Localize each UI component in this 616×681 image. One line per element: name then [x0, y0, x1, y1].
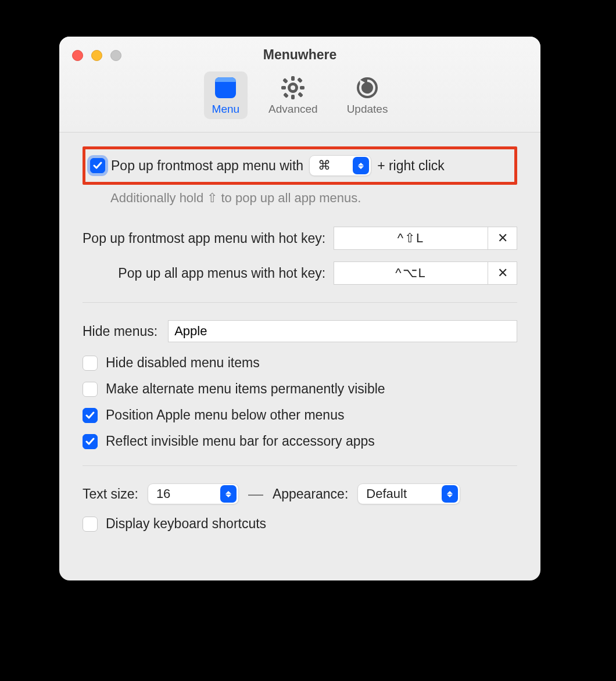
content-area: Pop up frontmost app menu with ⌘ + right… [59, 132, 540, 560]
popup-frontmost-checkbox[interactable] [90, 158, 105, 173]
position-apple-checkbox[interactable] [83, 408, 98, 423]
popup-arrows-icon [353, 157, 369, 174]
all-hotkey-field[interactable]: ^⌥L [334, 261, 488, 285]
popup-arrows-icon [442, 485, 458, 503]
svg-rect-11 [297, 77, 303, 83]
alternate-visible-label: Make alternate menu items permanently vi… [106, 381, 385, 397]
tab-label: Advanced [268, 103, 318, 116]
all-hotkey-label: Pop up all app menus with hot key: [83, 266, 325, 281]
titlebar: Menuwhere Menu Advanced Updates [59, 37, 540, 132]
position-apple-label: Position Apple menu below other menus [106, 407, 344, 423]
text-size-label: Text size: [83, 486, 138, 502]
appearance-popup[interactable]: Default [357, 483, 460, 504]
tab-advanced[interactable]: Advanced [260, 71, 326, 119]
popup-arrows-icon [220, 485, 237, 503]
preferences-toolbar: Menu Advanced Updates [59, 71, 540, 119]
preferences-window: Menuwhere Menu Advanced Updates [59, 37, 540, 580]
all-hotkey-clear-button[interactable]: ✕ [488, 261, 517, 285]
display-shortcuts-label: Display keyboard shortcuts [106, 516, 266, 532]
tab-menu[interactable]: Menu [204, 71, 248, 119]
reflect-invisible-label: Reflect invisible menu bar for accessory… [106, 433, 375, 449]
frontmost-hotkey-field[interactable]: ^⇧L [334, 227, 488, 250]
svg-rect-2 [215, 82, 236, 84]
close-icon: ✕ [497, 231, 508, 246]
popup-frontmost-label: Pop up frontmost app menu with [111, 158, 303, 174]
popup-suffix-label: + right click [377, 158, 445, 174]
appearance-value: Default [366, 486, 436, 501]
svg-rect-7 [281, 86, 286, 89]
tab-label: Updates [347, 103, 388, 116]
separator-dash: — [248, 485, 263, 503]
text-size-value: 16 [156, 486, 214, 501]
close-icon: ✕ [497, 266, 508, 281]
menu-icon [213, 75, 238, 101]
svg-rect-12 [283, 92, 289, 98]
hide-disabled-checkbox[interactable] [83, 356, 98, 371]
svg-rect-8 [300, 86, 305, 89]
divider [83, 465, 517, 466]
annotation-highlight: Pop up frontmost app menu with ⌘ + right… [83, 146, 517, 185]
svg-rect-6 [291, 95, 295, 99]
hotkey-section: Pop up frontmost app menu with hot key: … [83, 227, 517, 285]
display-shortcuts-checkbox[interactable] [83, 517, 98, 532]
text-size-popup[interactable]: 16 [148, 483, 239, 504]
svg-point-4 [291, 85, 295, 90]
svg-rect-9 [282, 78, 288, 84]
alternate-visible-checkbox[interactable] [83, 382, 98, 397]
svg-rect-5 [291, 76, 295, 81]
tab-updates[interactable]: Updates [339, 71, 396, 119]
shift-hint-label: Additionally hold ⇧ to pop up all app me… [110, 191, 517, 206]
divider [83, 302, 517, 303]
hide-menus-label: Hide menus: [83, 324, 157, 339]
modifier-value: ⌘ [318, 158, 347, 173]
frontmost-hotkey-label: Pop up frontmost app menu with hot key: [83, 231, 325, 246]
modifier-popup[interactable]: ⌘ [309, 155, 371, 176]
hide-menus-input[interactable] [168, 320, 517, 342]
gear-icon [280, 75, 306, 101]
svg-rect-10 [298, 92, 303, 98]
window-title: Menuwhere [59, 47, 540, 63]
appearance-label: Appearance: [273, 486, 348, 502]
reflect-invisible-checkbox[interactable] [83, 434, 98, 449]
frontmost-hotkey-clear-button[interactable]: ✕ [488, 227, 517, 250]
hide-disabled-label: Hide disabled menu items [106, 355, 260, 371]
tab-label: Menu [212, 103, 240, 116]
refresh-icon [354, 75, 380, 101]
